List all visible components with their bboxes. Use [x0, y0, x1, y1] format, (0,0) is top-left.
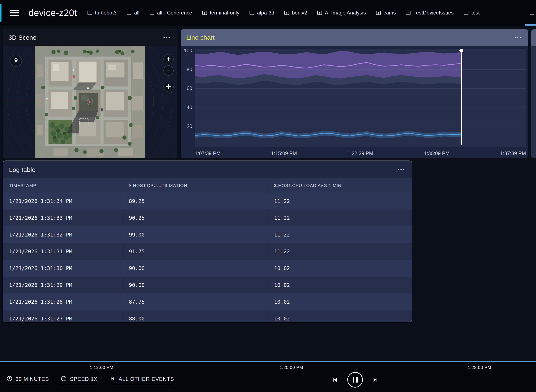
dashboard-icon — [202, 10, 207, 15]
cell-timestamp: 1/21/2026 1:31:30 PM — [3, 265, 123, 271]
nav-tab-terminal-only[interactable]: terminal-only — [202, 10, 239, 16]
table-row[interactable]: 1/21/2026 1:31:34 PM 89.25 11.22 — [3, 193, 412, 210]
device-title: device-z20t — [28, 8, 77, 18]
dashboard-icon — [529, 10, 535, 15]
dashboard-icon — [126, 10, 132, 15]
panel-title: 3D Scene — [8, 34, 37, 41]
zoom-out-button[interactable] — [163, 65, 173, 75]
speed-button[interactable]: SPEED 1X — [61, 375, 98, 385]
tab-label: alpa-3d — [257, 10, 274, 16]
nav-tab-test[interactable]: test — [463, 10, 480, 16]
y-tick-label: 60 — [186, 85, 192, 91]
dashboard-icon — [249, 10, 255, 15]
table-row[interactable]: 1/21/2026 1:31:28 PM 87.75 10.02 — [3, 293, 412, 310]
chart-y-axis: 10080604020 — [181, 49, 195, 147]
table-row[interactable]: 1/21/2026 1:31:32 PM 99.00 11.22 — [3, 226, 412, 243]
line-chart-panel: Line chart 10080604020 1:07:39 PM1:15:09… — [181, 29, 528, 158]
menu-button[interactable] — [10, 10, 19, 16]
plus-icon — [166, 56, 171, 62]
tab-label: all — [134, 10, 140, 16]
timeline-scrubber[interactable] — [0, 361, 536, 362]
scene-panel: 3D Scene — [3, 29, 177, 158]
pause-button[interactable] — [347, 372, 363, 387]
chart-svg — [195, 49, 526, 147]
aerial-map-image — [34, 46, 145, 158]
table-row[interactable]: 1/21/2026 1:31:33 PM 90.25 11.22 — [3, 210, 412, 226]
skip-forward-button[interactable] — [372, 376, 379, 384]
clipped-panel-edge — [531, 29, 536, 158]
table-row[interactable]: 1/21/2026 1:31:29 PM 90.00 10.02 — [3, 277, 412, 293]
cell-timestamp: 1/21/2026 1:31:32 PM — [3, 232, 123, 238]
x-tick-label: 1:15:09 PM — [271, 150, 297, 156]
nav-tab-turtlebot3[interactable]: turtlebot3 — [87, 10, 117, 16]
x-tick-label: 1:30:09 PM — [424, 150, 450, 156]
scene-viewport[interactable] — [3, 46, 177, 158]
tab-label: cams — [384, 10, 396, 16]
speed-label: SPEED 1X — [70, 376, 98, 382]
nav-tab-boniv2[interactable]: boniv2 — [284, 10, 307, 16]
layers-button[interactable] — [10, 55, 22, 67]
dashboard-icon — [317, 10, 322, 15]
table-row[interactable]: 1/21/2026 1:31:27 PM 88.00 10.02 — [3, 310, 412, 322]
layers-icon — [13, 58, 19, 64]
events-filter-button[interactable]: ALL OTHER EVENTS — [109, 375, 174, 385]
cell-load-avg: 10.02 — [268, 277, 412, 293]
table-row[interactable]: 1/21/2026 1:31:31 PM 91.75 11.22 — [3, 243, 412, 260]
zoom-in-button[interactable] — [163, 54, 173, 64]
recenter-button[interactable] — [163, 82, 173, 92]
view-tabs: turtlebot3 all all - Coherence terminal-… — [87, 10, 536, 16]
cell-load-avg: 11.22 — [268, 226, 412, 243]
cursor-handle[interactable] — [459, 49, 463, 52]
line-chart-header[interactable]: Line chart — [181, 29, 528, 46]
table-body: 1/21/2026 1:31:34 PM 89.25 11.22 1/21/20… — [3, 193, 412, 322]
nav-tab-active-partial[interactable] — [529, 10, 535, 15]
skip-back-button[interactable] — [331, 376, 339, 384]
cell-timestamp: 1/21/2026 1:31:29 PM — [3, 282, 123, 288]
nav-tab-cams[interactable]: cams — [376, 10, 396, 16]
time-window-button[interactable]: 30 MINUTES — [6, 375, 49, 385]
table-row[interactable]: 1/21/2026 1:31:30 PM 90.00 10.02 — [3, 260, 412, 277]
chart-cursor[interactable] — [461, 51, 462, 145]
cell-timestamp: 1/21/2026 1:31:27 PM — [3, 316, 123, 322]
aerial-map[interactable] — [34, 46, 145, 158]
nav-tab-testdeviceissues[interactable]: TestDeviceIssues — [405, 10, 454, 16]
panel-menu-button[interactable] — [396, 168, 406, 172]
topbar: device-z20t turtlebot3 all all - Coheren… — [0, 0, 536, 26]
y-tick-label: 80 — [186, 66, 192, 72]
clock-icon — [6, 375, 13, 383]
minus-icon — [166, 68, 171, 74]
nav-tab-all-coherence[interactable]: all - Coherence — [149, 10, 192, 16]
clipped-panel-header — [531, 29, 536, 46]
tab-label: AI Image Analysis — [325, 10, 366, 16]
cell-utilization: 88.00 — [123, 310, 268, 322]
cell-timestamp: 1/21/2026 1:31:34 PM — [3, 198, 123, 204]
nav-tab-all[interactable]: all — [126, 10, 140, 16]
tab-label: boniv2 — [292, 10, 307, 16]
panel-menu-button[interactable] — [513, 35, 522, 40]
y-tick-label: 20 — [186, 123, 192, 129]
monitor-icon — [463, 10, 469, 15]
time-window-label: 30 MINUTES — [15, 376, 49, 382]
tab-label: terminal-only — [210, 10, 239, 16]
dashboard-icon — [149, 10, 155, 15]
zoom-controls — [163, 54, 173, 92]
chart-plot[interactable] — [195, 49, 526, 147]
tab-label: test — [471, 10, 480, 16]
table-header-row: TIMESTAMP $.HOST.CPU.UTILIZATION $.HOST.… — [3, 178, 412, 193]
column-header-load-avg: $.HOST.CPU.LOAD AVG 1 MIN — [268, 178, 412, 193]
nav-tab-ai-image-analysis[interactable]: AI Image Analysis — [317, 10, 366, 16]
dashboard-icon — [87, 10, 93, 15]
x-tick-label: 1:37:39 PM — [500, 150, 526, 156]
cell-utilization: 99.00 — [123, 226, 268, 243]
events-filter-label: ALL OTHER EVENTS — [119, 376, 174, 382]
cell-load-avg: 10.02 — [268, 260, 412, 277]
column-header-timestamp: TIMESTAMP — [3, 178, 123, 193]
active-nav-accent — [0, 4, 1, 22]
nav-tab-alpa-3d[interactable]: alpa-3d — [249, 10, 274, 16]
log-table-panel: Log table TIMESTAMP $.HOST.CPU.UTILIZATI… — [3, 161, 412, 322]
panel-title: Log table — [9, 166, 35, 173]
panel-menu-button[interactable] — [162, 35, 172, 40]
cell-timestamp: 1/21/2026 1:31:31 PM — [3, 248, 123, 255]
cell-utilization: 90.00 — [123, 277, 268, 293]
speedometer-icon — [61, 375, 67, 383]
